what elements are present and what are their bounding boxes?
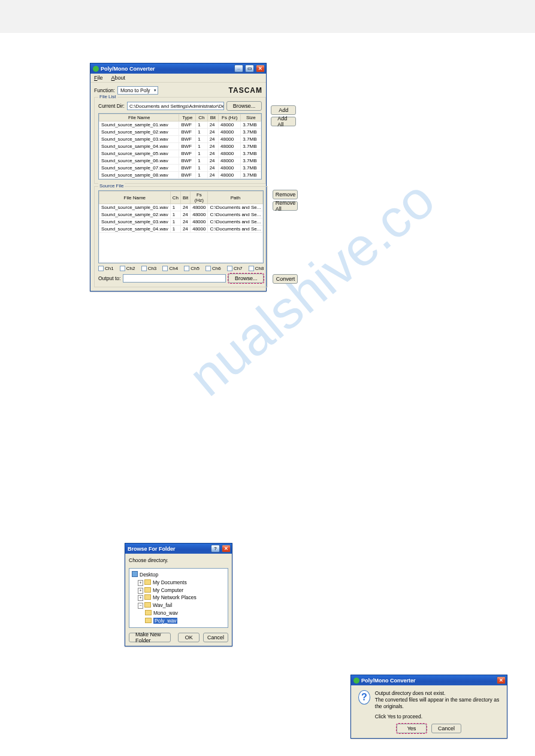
table-row[interactable]: Sound_source_sample_06.wavBWF124480003.7… <box>99 157 261 165</box>
col-type[interactable]: Type <box>179 114 196 122</box>
current-dir-input[interactable]: C:\Documents and Settings\Administrator\… <box>127 102 224 110</box>
table-row[interactable]: Sound_source_sample_01.wavBWF124480003.7… <box>99 122 261 129</box>
menu-about[interactable]: About <box>111 75 126 81</box>
titlebar[interactable]: Browse For Folder <box>125 544 232 554</box>
col-bit[interactable]: Bit <box>180 192 190 204</box>
app-icon <box>93 66 99 72</box>
add-button[interactable]: Add <box>271 105 296 115</box>
titlebar[interactable]: Poly/Mono Converter <box>351 675 507 685</box>
source-file-group: Source File File Name Ch Bit Fs (Hz) Pat… <box>94 186 268 287</box>
brand-logo: TASCAM <box>229 86 262 95</box>
table-row[interactable]: Sound_source_sample_03.wavBWF124480003.7… <box>99 136 261 143</box>
add-all-button[interactable]: Add All <box>271 117 296 126</box>
function-select[interactable]: Mono to Poly <box>117 86 158 95</box>
col-filename[interactable]: File Name <box>99 114 179 122</box>
tree-node-mynet[interactable]: +My Network Places <box>132 594 225 602</box>
col-size[interactable]: Size <box>241 114 261 122</box>
confirm-text-1: Output directory does not exist. <box>375 690 500 697</box>
browse-output-button[interactable]: Browse... <box>228 274 264 283</box>
checkbox-ch4[interactable]: Ch4 <box>162 266 178 271</box>
col-bit[interactable]: Bit <box>207 114 218 122</box>
checkbox-ch2[interactable]: Ch2 <box>120 266 135 271</box>
current-dir-label: Current Dir: <box>98 103 125 109</box>
browse-dir-button[interactable]: Browse... <box>226 101 262 111</box>
col-filename[interactable]: File Name <box>99 192 171 204</box>
col-ch[interactable]: Ch <box>170 192 180 204</box>
checkbox-ch7[interactable]: Ch7 <box>227 266 243 271</box>
minimize-button[interactable] <box>234 65 243 72</box>
table-row[interactable]: Sound_source_sample_03.wav12448000C:\Doc… <box>99 218 263 226</box>
confirm-text-2: The converted files will appear in the s… <box>375 697 500 710</box>
checkbox-ch1[interactable]: Ch1 <box>98 266 114 271</box>
output-to-label: Output to: <box>98 275 120 281</box>
page-header-band <box>0 0 535 33</box>
tree-node-mono[interactable]: Mono_wav <box>132 609 225 617</box>
table-row[interactable]: Sound_source_sample_04.wav12448000C:\Doc… <box>99 226 263 233</box>
close-button[interactable] <box>222 545 231 552</box>
table-row[interactable]: Sound_source_sample_04.wavBWF124480003.7… <box>99 143 261 150</box>
tree-node-mydocs[interactable]: +My Documents <box>132 579 225 587</box>
table-row[interactable]: Sound_source_sample_08.wavBWF124480003.7… <box>99 172 261 179</box>
cancel-button[interactable]: Cancel <box>431 724 461 733</box>
file-list-group: File List Current Dir: C:\Documents and … <box>94 97 266 184</box>
convert-button[interactable]: Convert <box>273 274 298 284</box>
tree-node-desktop[interactable]: Desktop <box>132 571 225 579</box>
titlebar[interactable]: Poly/Mono Converter <box>90 63 266 74</box>
checkbox-ch8[interactable]: Ch8 <box>249 266 264 271</box>
table-row[interactable]: Sound_source_sample_01.wav12448000C:\Doc… <box>99 204 263 211</box>
output-path-input[interactable] <box>123 274 226 283</box>
remove-all-button[interactable]: Remove All <box>273 201 298 211</box>
browse-prompt: Choose directory. <box>129 557 228 563</box>
table-row[interactable]: Sound_source_sample_02.wav12448000C:\Doc… <box>99 211 263 218</box>
checkbox-ch5[interactable]: Ch5 <box>184 266 200 271</box>
folder-tree[interactable]: Desktop +My Documents +My Computer +My N… <box>129 568 228 628</box>
source-file-table[interactable]: File Name Ch Bit Fs (Hz) Path Sound_sour… <box>99 191 263 263</box>
close-button[interactable] <box>497 676 506 684</box>
window-title: Poly/Mono Converter <box>361 678 416 684</box>
col-fs[interactable]: Fs (Hz) <box>219 114 241 122</box>
cancel-button[interactable]: Cancel <box>203 633 228 642</box>
source-file-legend: Source File <box>98 183 125 189</box>
tree-node-poly[interactable]: Poly_wav <box>132 617 225 625</box>
checkbox-ch6[interactable]: Ch6 <box>205 266 221 271</box>
menubar: FFileile About <box>90 74 266 83</box>
col-path[interactable]: Path <box>208 192 263 204</box>
table-row[interactable]: Sound_source_sample_05.wavBWF124480003.7… <box>99 150 261 157</box>
col-ch[interactable]: Ch <box>196 114 207 122</box>
table-row[interactable]: Sound_source_sample_02.wavBWF124480003.7… <box>99 129 261 136</box>
help-button[interactable] <box>211 545 220 552</box>
yes-button[interactable]: Yes <box>397 724 427 733</box>
window-title: Poly/Mono Converter <box>101 66 155 72</box>
col-fs[interactable]: Fs (Hz) <box>191 192 208 204</box>
remove-button[interactable]: Remove <box>273 190 298 199</box>
tree-node-wavfail[interactable]: −Wav_fail <box>132 602 225 609</box>
make-new-folder-button[interactable]: Make New Folder <box>129 633 171 642</box>
close-button[interactable] <box>256 65 265 72</box>
polymono-window-1: Poly/Mono Converter FFileile About Funct… <box>90 63 267 292</box>
ok-button[interactable]: OK <box>178 633 200 642</box>
confirm-dialog: Poly/Mono Converter ? Output directory d… <box>350 675 507 739</box>
table-row[interactable]: Sound_source_sample_07.wavBWF124480003.7… <box>99 165 261 172</box>
window-title: Browse For Folder <box>128 546 176 552</box>
checkbox-ch3[interactable]: Ch3 <box>141 266 157 271</box>
maximize-button[interactable] <box>245 65 254 72</box>
file-list-legend: File List <box>98 94 117 99</box>
menu-file[interactable]: FFileile <box>94 75 103 81</box>
function-label: Function: <box>94 87 115 93</box>
app-icon <box>353 678 359 684</box>
tree-node-mycomp[interactable]: +My Computer <box>132 587 225 594</box>
browse-folder-dialog: Browse For Folder Choose directory. Desk… <box>125 543 232 646</box>
question-icon: ? <box>358 690 370 705</box>
confirm-text-3: Click Yes to proceed. <box>375 714 500 720</box>
file-list-table[interactable]: File Name Type Ch Bit Fs (Hz) Size Sound… <box>99 114 261 179</box>
